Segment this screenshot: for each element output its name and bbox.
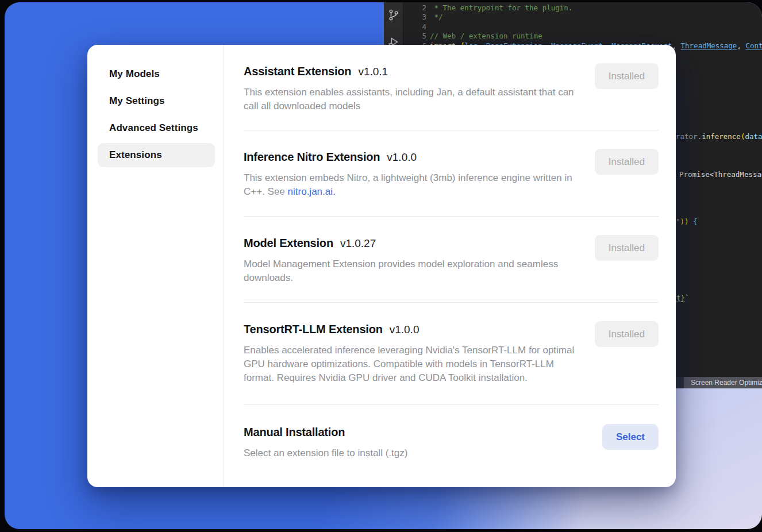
- extension-name: TensortRT-LLM Extension: [244, 323, 383, 336]
- settings-sidebar: My Models My Settings Advanced Settings …: [87, 45, 224, 487]
- code-fragment-template-end: t}`: [676, 294, 690, 302]
- screen-reader-optimized-badge[interactable]: Screen Reader Optimized: [684, 377, 762, 388]
- extension-row-inference-nitro: Inference Nitro Extension v1.0.0 This ex…: [244, 130, 659, 217]
- editor-code-area: 2 * The entrypoint for the plugin. 3 */ …: [404, 3, 762, 51]
- installed-button[interactable]: Installed: [595, 63, 659, 89]
- sidebar-item-extensions[interactable]: Extensions: [98, 143, 215, 167]
- manual-installation-row: Manual Installation Select an extension …: [244, 405, 659, 473]
- code-line: 2 * The entrypoint for the plugin.: [404, 3, 762, 13]
- code-line: 3 */: [404, 13, 762, 22]
- code-text: * The entrypoint for the plugin.: [430, 3, 572, 13]
- sidebar-item-advanced-settings[interactable]: Advanced Settings: [98, 116, 215, 140]
- code-line: 5 // Web / extension runtime: [404, 32, 762, 41]
- line-number: 2: [404, 3, 426, 13]
- manual-installation-description: Select an extension file to install (.tg…: [244, 446, 577, 460]
- installed-button[interactable]: Installed: [595, 149, 659, 175]
- extension-version: v1.0.27: [340, 237, 376, 250]
- extension-description: This extension embeds Nitro, a lightweig…: [244, 171, 577, 199]
- source-control-icon[interactable]: [387, 9, 400, 21]
- code-text: // Web / extension runtime: [430, 32, 542, 41]
- sidebar-item-my-settings[interactable]: My Settings: [98, 89, 215, 113]
- code-fragment-inference: rator.inference(data));: [676, 132, 762, 141]
- line-number: 5: [404, 32, 426, 41]
- line-number: 3: [404, 13, 426, 22]
- extension-description: Model Management Extension provides mode…: [244, 257, 577, 285]
- desktop-gradient-background: 2 * The entrypoint for the plugin. 3 */ …: [5, 2, 762, 529]
- extension-description: Enables accelerated inference leveraging…: [244, 344, 577, 385]
- extension-row-model: Model Extension v1.0.27 Model Management…: [244, 217, 659, 303]
- code-fragment-promise: Promise<ThreadMessage>: [679, 170, 762, 179]
- extension-name: Assistant Extension: [244, 65, 351, 78]
- extension-name: Model Extension: [244, 237, 333, 250]
- sidebar-item-my-models[interactable]: My Models: [98, 62, 215, 86]
- nitro-jan-ai-link[interactable]: nitro.jan.ai.: [288, 186, 336, 197]
- manual-installation-title: Manual Installation: [244, 426, 345, 439]
- extension-row-tensorrt-llm: TensortRT-LLM Extension v1.0.0 Enables a…: [244, 303, 659, 405]
- select-file-button[interactable]: Select: [602, 424, 659, 450]
- settings-modal: My Models My Settings Advanced Settings …: [87, 45, 676, 487]
- installed-button[interactable]: Installed: [595, 235, 659, 261]
- extension-version: v1.0.0: [390, 323, 420, 336]
- extension-description: This extension enables assistants, inclu…: [244, 86, 577, 113]
- installed-button[interactable]: Installed: [595, 321, 659, 347]
- extension-name: Inference Nitro Extension: [244, 151, 380, 164]
- extension-row-assistant: Assistant Extension v1.0.1 This extensio…: [244, 45, 659, 130]
- code-fragment-parens: ")) {: [676, 217, 698, 226]
- extension-version: v1.0.0: [387, 151, 417, 164]
- line-number: 4: [404, 22, 426, 32]
- code-text: */: [430, 13, 443, 22]
- extensions-panel: Assistant Extension v1.0.1 This extensio…: [224, 45, 676, 487]
- extension-version: v1.0.1: [358, 65, 388, 78]
- code-line: 4: [404, 22, 762, 32]
